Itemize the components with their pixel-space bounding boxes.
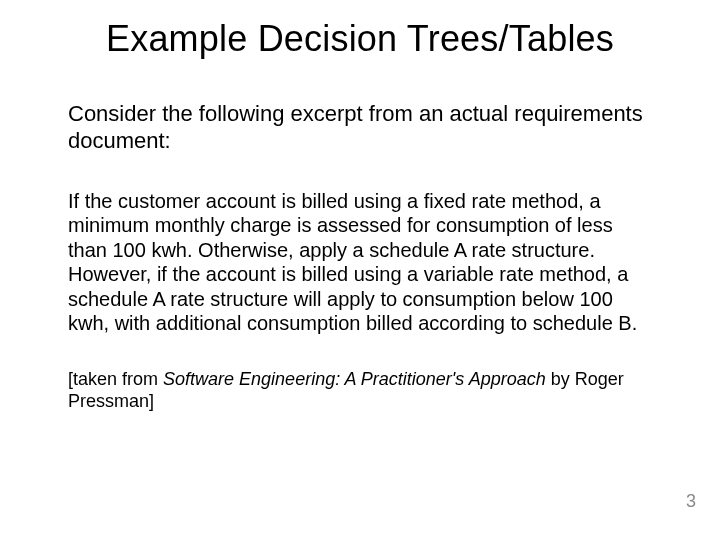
citation-book-title: Software Engineering: A Practitioner's A…: [163, 369, 546, 389]
page-number: 3: [686, 491, 696, 512]
citation: [taken from Software Engineering: A Prac…: [68, 369, 652, 412]
citation-prefix: [taken from: [68, 369, 163, 389]
body-paragraph: If the customer account is billed using …: [68, 189, 652, 335]
slide: Example Decision Trees/Tables Consider t…: [0, 0, 720, 540]
intro-paragraph: Consider the following excerpt from an a…: [68, 101, 652, 155]
slide-title: Example Decision Trees/Tables: [68, 18, 652, 59]
